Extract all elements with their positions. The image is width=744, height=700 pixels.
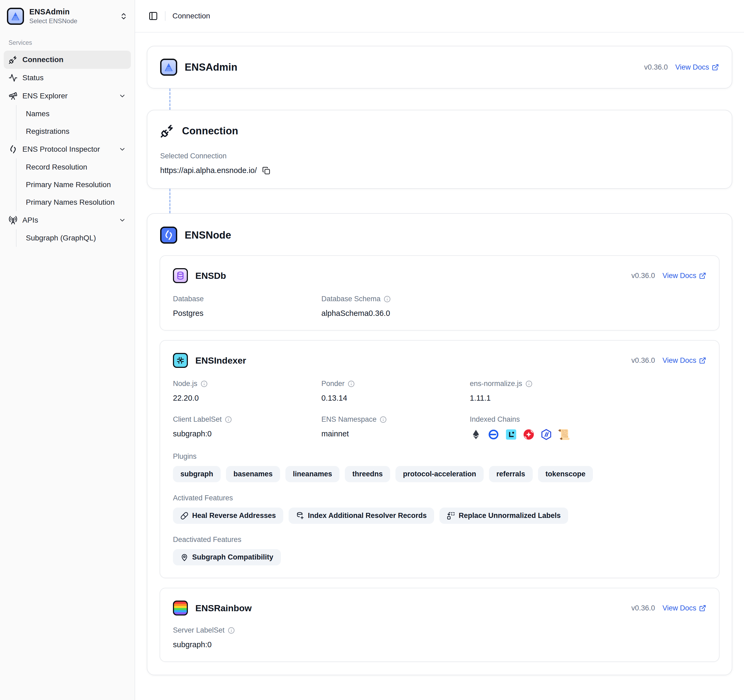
chevron-down-icon[interactable] xyxy=(119,146,126,153)
ensdb-icon xyxy=(173,268,188,283)
sidebar-item-registrations[interactable]: Registrations xyxy=(16,123,131,140)
info-icon[interactable] xyxy=(525,380,533,387)
ens-mark-icon xyxy=(9,145,18,154)
database-schema-label: Database Schema xyxy=(321,295,381,303)
ensrainbow-card: ENSRainbow v0.36.0 View Docs xyxy=(160,588,719,662)
ens-explorer-subgroup: Names Registrations xyxy=(16,105,131,140)
card-connector xyxy=(169,88,171,110)
ensindexer-view-docs-link[interactable]: View Docs xyxy=(662,356,706,365)
ensadmin-card-icon xyxy=(160,59,177,76)
chevrons-up-down-icon[interactable] xyxy=(120,12,128,20)
ensindexer-version: v0.36.0 xyxy=(631,356,655,365)
sidebar-item-apis[interactable]: APIs xyxy=(4,211,131,229)
ens-normalize-field: ens-normalize.js 1.11.1 xyxy=(470,380,706,402)
sidebar-toggle-icon[interactable] xyxy=(149,11,158,21)
info-icon[interactable] xyxy=(225,416,232,423)
activated-features-row: Heal Reverse Addresses Index Additional … xyxy=(173,508,706,524)
indexed-chains-field: Indexed Chains xyxy=(470,415,706,441)
ponder-field: Ponder 0.13.14 xyxy=(321,380,470,402)
activity-icon xyxy=(9,73,18,82)
pill-icon xyxy=(180,512,188,520)
feature-badge-heal-reverse-addresses: Heal Reverse Addresses xyxy=(173,508,283,524)
ensdb-version: v0.36.0 xyxy=(631,272,655,280)
info-icon[interactable] xyxy=(201,380,208,387)
sidebar-item-connection[interactable]: Connection xyxy=(4,51,131,69)
sidebar: ENSAdmin Select ENSNode Services Connect… xyxy=(0,0,135,700)
app-root: ENSAdmin Select ENSNode Services Connect… xyxy=(0,0,744,700)
sidebar-item-label: ENS Protocol Inspector xyxy=(22,145,100,153)
info-icon[interactable] xyxy=(348,380,355,387)
inspector-subgroup: Record Resolution Primary Name Resolutio… xyxy=(16,158,131,211)
plugin-badge: protocol-acceleration xyxy=(396,466,484,482)
selected-connection-label: Selected Connection xyxy=(160,152,719,160)
ensrainbow-version: v0.36.0 xyxy=(631,604,655,612)
map-pin-icon xyxy=(180,553,188,561)
apis-subgroup: Subgraph (GraphQL) xyxy=(16,229,131,247)
plug-zap-icon xyxy=(9,55,18,64)
plugin-badge: tokenscope xyxy=(538,466,593,482)
breadcrumb: Connection xyxy=(173,12,210,20)
connection-card: Connection Selected Connection https://a… xyxy=(147,110,732,189)
connection-card-title: Connection xyxy=(182,125,238,137)
sidebar-item-record-resolution[interactable]: Record Resolution xyxy=(16,158,131,176)
external-link-icon xyxy=(699,357,706,364)
deactivated-features-label: Deactivated Features xyxy=(173,536,706,544)
radio-tower-icon xyxy=(9,216,18,225)
ensadmin-view-docs-link[interactable]: View Docs xyxy=(675,63,719,71)
ensdb-view-docs-link[interactable]: View Docs xyxy=(662,272,706,280)
telescope-icon xyxy=(9,91,18,100)
info-icon[interactable] xyxy=(228,627,235,634)
external-link-icon xyxy=(699,605,706,612)
sidebar-item-status[interactable]: Status xyxy=(4,69,131,87)
ensadmin-version: v0.36.0 xyxy=(644,63,668,71)
chevron-down-icon[interactable] xyxy=(119,216,126,224)
topbar: Connection xyxy=(135,0,744,33)
sidebar-item-primary-names-resolution[interactable]: Primary Names Resolution xyxy=(16,194,131,211)
ensindexer-card: ENSIndexer v0.36.0 View Docs xyxy=(160,340,719,578)
external-link-icon xyxy=(699,272,706,279)
card-connector xyxy=(169,189,171,213)
plugins-row: subgraph basenames lineanames threedns p… xyxy=(173,466,706,482)
ethereum-chain-icon xyxy=(470,428,482,441)
feature-badge-index-additional-resolver-records: Index Additional Resolver Records xyxy=(289,508,434,524)
sidebar-item-label: ENS Explorer xyxy=(22,92,68,100)
ensnode-card: ENSNode ENSDb v0.36.0 View Docs xyxy=(147,213,732,675)
connection-url: https://api.alpha.ensnode.io/ xyxy=(160,166,257,175)
ensindexer-icon xyxy=(173,353,188,368)
chevron-down-icon[interactable] xyxy=(119,92,126,100)
deactivated-features-row: Subgraph Compatibility xyxy=(173,549,706,565)
feature-badge-subgraph-compatibility: Subgraph Compatibility xyxy=(173,549,281,565)
ensnode-selector[interactable]: ENSAdmin Select ENSNode xyxy=(4,6,131,26)
activated-features-label: Activated Features xyxy=(173,494,706,502)
sidebar-item-names[interactable]: Names xyxy=(16,105,131,123)
app-subtitle: Select ENSNode xyxy=(29,17,114,25)
server-labelset-field: Server LabelSet subgraph:0 xyxy=(173,626,321,649)
sidebar-item-label: APIs xyxy=(22,216,38,225)
selected-connection-value: https://api.alpha.ensnode.io/ xyxy=(160,166,719,175)
plugin-badge: basenames xyxy=(226,466,280,482)
sidebar-item-primary-name-resolution[interactable]: Primary Name Resolution xyxy=(16,176,131,194)
ensdb-title: ENSDb xyxy=(195,271,226,281)
sidebar-item-ens-explorer[interactable]: ENS Explorer xyxy=(4,87,131,105)
sidebar-item-ens-protocol-inspector[interactable]: ENS Protocol Inspector xyxy=(4,140,131,158)
ensnode-icon xyxy=(160,226,177,244)
optimism-chain-icon xyxy=(522,428,535,441)
sidebar-item-subgraph-graphql[interactable]: Subgraph (GraphQL) xyxy=(16,229,131,247)
info-icon[interactable] xyxy=(380,416,387,423)
plugin-badge: lineanames xyxy=(286,466,339,482)
sidebar-section-label: Services xyxy=(9,39,131,46)
database-schema-value: alphaSchema0.36.0 xyxy=(321,309,470,318)
ensrainbow-title: ENSRainbow xyxy=(195,603,252,614)
plugins-label: Plugins xyxy=(173,452,706,461)
ensdb-card: ENSDb v0.36.0 View Docs xyxy=(160,255,719,331)
plugin-badge: threedns xyxy=(345,466,390,482)
plugin-badge: referrals xyxy=(489,466,533,482)
plug-zap-icon xyxy=(160,124,174,138)
ensindexer-title: ENSIndexer xyxy=(195,355,246,366)
info-icon[interactable] xyxy=(384,296,391,302)
main-area: Connection ENSAdmin v0.36.0 View Docs xyxy=(135,0,744,700)
ensrainbow-view-docs-link[interactable]: View Docs xyxy=(662,604,706,612)
copy-icon[interactable] xyxy=(262,167,270,174)
database-field: Database Postgres xyxy=(173,295,321,318)
sidebar-item-label: Connection xyxy=(22,55,63,64)
